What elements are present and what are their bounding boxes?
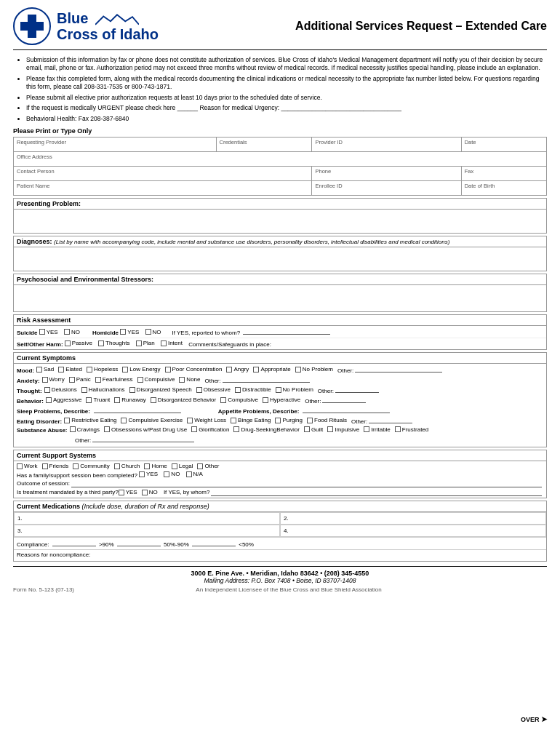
dob-cell[interactable]: Date of Birth <box>461 181 546 196</box>
compliance-50-90-field[interactable] <box>117 539 161 546</box>
family-no[interactable]: NO <box>164 471 180 477</box>
appetite-field[interactable] <box>303 406 390 413</box>
sleep-field[interactable] <box>94 406 181 413</box>
behavior-row: Behavior: Aggressive Truant Runaway Diso… <box>17 396 543 405</box>
eating-restrictive[interactable]: Restrictive Eating <box>64 417 116 423</box>
if-yes-label: If YES, reported to whom? <box>172 330 240 336</box>
office-address-cell[interactable]: Office Address <box>14 152 547 167</box>
anxiety-panic[interactable]: Panic <box>69 376 91 383</box>
footer-mailing: Mailing Address: P.O. Box 7408 • Boise, … <box>13 577 547 584</box>
mood-no-problem[interactable]: No Problem <box>295 366 333 372</box>
psychosocial-content[interactable] <box>14 285 546 311</box>
eating-food-rituals[interactable]: Food Rituals <box>307 417 347 423</box>
presenting-problem-content[interactable] <box>14 210 546 233</box>
behavior-hyperactive[interactable]: Hyperactive <box>263 397 300 403</box>
eating-weight-loss[interactable]: Weight Loss <box>187 417 226 423</box>
by-whom-field[interactable] <box>211 489 542 496</box>
date-cell[interactable]: Date <box>461 138 546 152</box>
support-home[interactable]: Home <box>144 463 167 469</box>
outcome-label: Outcome of session: <box>17 480 70 487</box>
med-3[interactable]: 3. <box>14 525 280 537</box>
anxiety-compulsive[interactable]: Compulsive <box>137 376 175 383</box>
eating-binge[interactable]: Binge Eating <box>231 417 271 423</box>
sleep-label: Sleep Problems, Describe: <box>17 408 90 415</box>
behavior-runaway[interactable]: Runaway <box>114 397 145 403</box>
treatment-yes[interactable]: YES <box>119 489 137 495</box>
mood-hopeless[interactable]: Hopeless <box>87 366 118 372</box>
anxiety-fearfulness[interactable]: Fearfulness <box>95 376 133 383</box>
thought-distractible[interactable]: Distractible <box>235 386 271 393</box>
mood-other-field[interactable] <box>355 365 442 372</box>
fax-cell[interactable]: Fax <box>461 167 546 181</box>
intent-check[interactable]: Intent <box>161 340 183 346</box>
support-church[interactable]: Church <box>114 463 140 469</box>
enrollee-id-cell[interactable]: Enrollee ID <box>312 181 461 196</box>
thought-other-field[interactable] <box>335 386 379 393</box>
behavior-truant[interactable]: Truant <box>86 397 110 403</box>
provider-id-cell[interactable]: Provider ID <box>312 138 461 152</box>
mood-low-energy[interactable]: Low Energy <box>122 366 160 372</box>
substance-irritable[interactable]: Irritable <box>364 426 391 433</box>
med-1[interactable]: 1. <box>14 512 280 525</box>
homicide-no[interactable]: NO <box>145 329 161 335</box>
header: Blue Cross of Idaho Additional Services … <box>13 7 547 50</box>
mood-elated[interactable]: Elated <box>58 366 82 372</box>
substance-other-field[interactable] <box>92 435 194 442</box>
family-yes[interactable]: YES <box>139 471 158 477</box>
passive-check[interactable]: Passive <box>65 340 92 346</box>
provider-info-table: Requesting Provider Credentials Provider… <box>13 137 547 196</box>
diagnoses-content[interactable] <box>14 247 546 271</box>
behavior-aggressive[interactable]: Aggressive <box>46 397 82 403</box>
thought-disorganized[interactable]: Disorganized Speech <box>129 386 192 393</box>
thought-no-problem[interactable]: No Problem <box>276 386 313 393</box>
suicide-no[interactable]: NO <box>64 329 80 335</box>
compliance-50-field[interactable] <box>192 539 236 546</box>
eating-other-label: Other: <box>351 418 367 425</box>
mood-sad[interactable]: Sad <box>36 366 54 372</box>
behavior-compulsive[interactable]: Compulsive <box>220 397 258 403</box>
substance-guilt[interactable]: Guilt <box>304 426 323 433</box>
family-na[interactable]: N/A <box>186 471 203 477</box>
behavior-other-field[interactable] <box>322 396 366 403</box>
outcome-field[interactable] <box>71 480 542 487</box>
eating-compulsive[interactable]: Compulsive Exercise <box>121 417 183 423</box>
support-community[interactable]: Community <box>73 463 109 469</box>
mood-angry[interactable]: Angry <box>226 366 249 372</box>
substance-glorification[interactable]: Glorification <box>191 426 229 433</box>
homicide-yes[interactable]: YES <box>120 329 139 335</box>
thought-delusions[interactable]: Delusions <box>44 386 77 393</box>
credentials-cell[interactable]: Credentials <box>216 138 312 152</box>
eating-other-field[interactable] <box>369 416 412 423</box>
compliance-90-field[interactable] <box>52 539 96 546</box>
reported-to-whom-field[interactable] <box>243 327 330 335</box>
mood-appropriate[interactable]: Appropriate <box>253 366 290 372</box>
med-4[interactable]: 4. <box>280 525 546 537</box>
support-legal[interactable]: Legal <box>172 463 193 469</box>
thoughts-check[interactable]: Thoughts <box>98 340 129 346</box>
med-2[interactable]: 2. <box>280 512 546 525</box>
support-other[interactable]: Other <box>197 463 219 469</box>
substance-cravings[interactable]: Cravings <box>70 426 100 433</box>
anxiety-other-field[interactable] <box>223 375 310 383</box>
thought-obsessive[interactable]: Obsessive <box>196 386 231 393</box>
eating-purging[interactable]: Purging <box>275 417 303 423</box>
substance-drug-seeking[interactable]: Drug-SeekingBehavior <box>233 426 300 433</box>
thought-hallucinations[interactable]: Hallucinations <box>81 386 125 393</box>
suicide-yes[interactable]: YES <box>39 329 58 335</box>
requesting-provider-cell[interactable]: Requesting Provider <box>14 138 217 152</box>
substance-frustrated[interactable]: Frustrated <box>395 426 428 433</box>
mood-poor-conc[interactable]: Poor Concentration <box>165 366 223 372</box>
thought-label: Thought: <box>17 388 42 394</box>
patient-name-cell[interactable]: Patient Name <box>14 181 312 196</box>
substance-impulsive[interactable]: Impulsive <box>327 426 359 433</box>
phone-cell[interactable]: Phone <box>312 167 461 181</box>
plan-check[interactable]: Plan <box>136 340 155 346</box>
contact-person-cell[interactable]: Contact Person <box>14 167 312 181</box>
support-work[interactable]: Work <box>17 463 38 469</box>
anxiety-none[interactable]: None <box>179 376 200 383</box>
support-friends[interactable]: Friends <box>42 463 69 469</box>
anxiety-worry[interactable]: Worry <box>42 376 65 383</box>
behavior-disorganized[interactable]: Disorganized Behavior <box>151 397 217 403</box>
treatment-no[interactable]: NO <box>142 489 158 495</box>
substance-obsessions[interactable]: Obsessions w/Past Drug Use <box>104 426 187 433</box>
